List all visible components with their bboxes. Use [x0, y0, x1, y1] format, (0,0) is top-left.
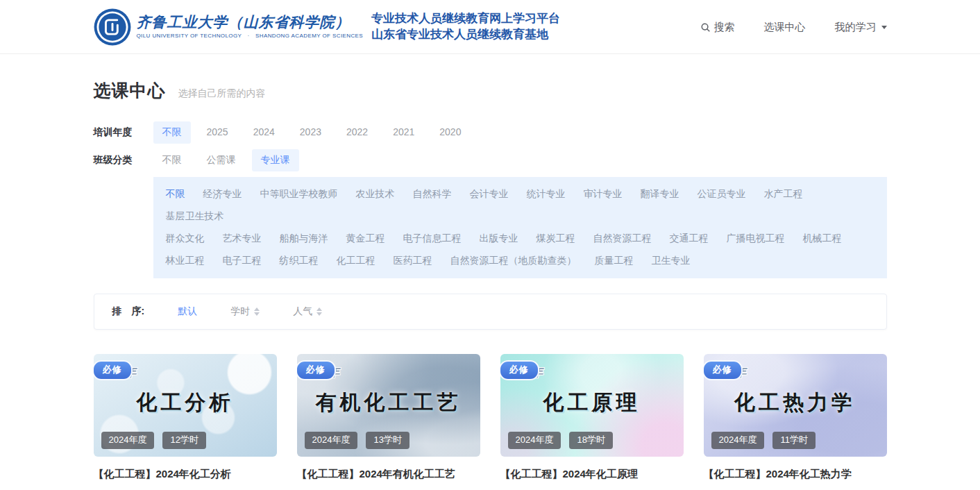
university-name-en: QILU UNIVERSITY OF TECHNOLOGY · SHANDONG…: [137, 32, 364, 40]
category-row-2: 林业工程电子工程纺织工程化工工程医药工程自然资源工程（地质勘查类）质量工程卫生专…: [166, 249, 875, 271]
nav-search-label: 搜索: [714, 21, 735, 34]
cover-tag: 2024年度: [508, 432, 561, 449]
year-option-5[interactable]: 2021: [384, 121, 423, 142]
nav-course-center[interactable]: 选课中心: [764, 21, 806, 34]
category-tag[interactable]: 医药工程: [394, 255, 432, 265]
class-type-option-0[interactable]: 不限: [153, 149, 191, 171]
category-tag[interactable]: 不限: [166, 189, 185, 198]
year-option-2[interactable]: 2024: [244, 121, 284, 142]
sort-arrows-icon[interactable]: [254, 307, 260, 316]
course-grid: 2024年 必修 化工分析 2024年度12学时 【化工工程】2024年化工分析…: [94, 354, 887, 490]
year-option-6[interactable]: 2020: [430, 121, 470, 142]
cover-tag: 11学时: [772, 432, 816, 449]
class-type-option-1[interactable]: 公需课: [198, 149, 245, 171]
category-tag[interactable]: 林业工程: [166, 255, 205, 265]
course-title: 【化工工程】2024年有机化工工艺: [297, 468, 480, 481]
year-options: 不限202520242023202220212020: [153, 121, 478, 144]
course-card-3[interactable]: 2024年 必修 化工热力学 2024年度11学时 【化工工程】2024年化工热…: [704, 354, 887, 490]
class-type-option-2[interactable]: 专业课: [252, 149, 299, 171]
cover-tag: 13学时: [366, 432, 409, 449]
category-tag[interactable]: 农业技术: [356, 189, 395, 198]
year-option-3[interactable]: 2023: [291, 121, 330, 142]
category-tag[interactable]: 机械工程: [803, 233, 842, 243]
category-tag[interactable]: 自然资源工程: [593, 233, 652, 243]
category-tag[interactable]: 卫生专业: [652, 255, 691, 265]
class-type-options: 不限公需课专业课: [153, 149, 306, 171]
category-tag[interactable]: 交通工程: [670, 233, 709, 243]
course-cover: 2024年 必修 化工原理 2024年度18学时: [500, 354, 684, 457]
category-tag[interactable]: 质量工程: [595, 255, 634, 265]
sort-bar: 排 序: 默认学时人气: [94, 294, 887, 330]
sort-option-label: 默认: [178, 305, 197, 318]
category-row-0: 不限经济专业中等职业学校教师农业技术自然科学会计专业统计专业审计专业翻译专业公证…: [166, 183, 875, 227]
platform-title-line1: 专业技术人员继续教育网上学习平台: [371, 11, 560, 27]
platform-title-line2: 山东省专业技术人员继续教育基地: [371, 27, 560, 43]
university-logo-icon: [94, 8, 131, 46]
category-row-1: 群众文化艺术专业船舶与海洋黄金工程电子信息工程出版专业煤炭工程自然资源工程交通工…: [166, 227, 875, 249]
required-badge: 必修: [704, 360, 743, 380]
filter-row-year: 培训年度 不限202520242023202220212020: [94, 121, 887, 144]
cover-tags: 2024年度13学时: [305, 432, 409, 449]
category-tag[interactable]: 中等职业学校教师: [260, 189, 338, 198]
sort-arrows-icon[interactable]: [316, 307, 322, 316]
category-tag[interactable]: 电子工程: [223, 255, 262, 265]
chevron-down-icon: [881, 26, 887, 29]
header: 齐鲁工业大学（山东省科学院） QILU UNIVERSITY OF TECHNO…: [0, 0, 980, 54]
category-tag[interactable]: 广播电视工程: [727, 233, 785, 243]
nav-my-learning[interactable]: 我的学习: [835, 21, 887, 34]
search-icon: [700, 22, 711, 33]
cover-tag: 2024年度: [711, 432, 765, 449]
nav-search[interactable]: 搜索: [700, 21, 735, 34]
cover-tag: 2024年度: [305, 432, 358, 449]
category-tag[interactable]: 自然科学: [413, 189, 452, 198]
year-option-0[interactable]: 不限: [153, 121, 191, 144]
course-title: 【化工工程】2024年化工热力学: [704, 468, 887, 481]
cover-tags: 2024年度11学时: [711, 432, 816, 449]
category-tag[interactable]: 艺术专业: [223, 233, 262, 243]
filter-label-class-type: 班级分类: [94, 154, 144, 167]
category-tag[interactable]: 化工工程: [337, 255, 375, 265]
category-tag[interactable]: 自然资源工程（地质勘查类）: [450, 255, 577, 265]
cover-tag: 18学时: [569, 432, 612, 449]
category-tag[interactable]: 黄金工程: [346, 233, 385, 243]
nav-course-center-label: 选课中心: [764, 21, 806, 34]
nav-my-learning-label: 我的学习: [835, 21, 877, 34]
year-option-4[interactable]: 2022: [337, 121, 377, 142]
course-title: 【化工工程】2024年化工分析: [94, 468, 277, 481]
sort-options: 默认学时人气: [144, 305, 322, 318]
course-card-2[interactable]: 2024年 必修 化工原理 2024年度18学时 【化工工程】2024年化工原理…: [500, 354, 684, 490]
sort-option-label: 学时: [230, 305, 250, 318]
category-tag[interactable]: 公证员专业: [698, 189, 746, 198]
sort-option-1[interactable]: 学时: [230, 305, 260, 318]
category-tag[interactable]: 煤炭工程: [537, 233, 575, 243]
cover-tags: 2024年度18学时: [508, 432, 613, 449]
university-name: 齐鲁工业大学（山东省科学院）: [137, 15, 364, 31]
category-tag[interactable]: 会计专业: [470, 189, 509, 198]
category-tag[interactable]: 纺织工程: [280, 255, 319, 265]
main-content: 选课中心 选择自己所需的内容 培训年度 不限202520242023202220…: [94, 79, 887, 490]
cover-title: 有机化工工艺: [297, 389, 480, 417]
category-tag[interactable]: 船舶与海洋: [280, 233, 328, 243]
required-badge: 必修: [297, 360, 336, 380]
category-tag[interactable]: 翻译专业: [641, 189, 679, 198]
category-tag[interactable]: 基层卫生技术: [166, 211, 224, 221]
cover-tag: 12学时: [162, 432, 205, 449]
category-tag[interactable]: 审计专业: [584, 189, 623, 198]
category-tag[interactable]: 出版专业: [480, 233, 518, 243]
course-card-0[interactable]: 2024年 必修 化工分析 2024年度12学时 【化工工程】2024年化工分析…: [94, 354, 277, 490]
category-tag[interactable]: 水产工程: [764, 189, 803, 198]
sort-label: 排 序:: [112, 305, 145, 318]
sort-option-0[interactable]: 默认: [178, 305, 197, 318]
brand: 齐鲁工业大学（山东省科学院） QILU UNIVERSITY OF TECHNO…: [94, 8, 561, 46]
category-tag[interactable]: 电子信息工程: [403, 233, 462, 243]
sort-option-2[interactable]: 人气: [293, 305, 322, 318]
year-option-1[interactable]: 2025: [198, 121, 237, 142]
filter-row-class-type: 班级分类 不限公需课专业课: [94, 149, 887, 171]
course-card-1[interactable]: 2024年 必修 有机化工工艺 2024年度13学时 【化工工程】2024年有机…: [297, 354, 480, 490]
category-tag[interactable]: 群众文化: [166, 233, 205, 243]
category-tag[interactable]: 经济专业: [203, 189, 242, 198]
category-tag[interactable]: 统计专业: [527, 189, 566, 198]
page-title: 选课中心: [94, 79, 166, 102]
page-subtitle: 选择自己所需的内容: [178, 87, 266, 100]
course-cover: 2024年 必修 化工分析 2024年度12学时: [94, 354, 277, 457]
